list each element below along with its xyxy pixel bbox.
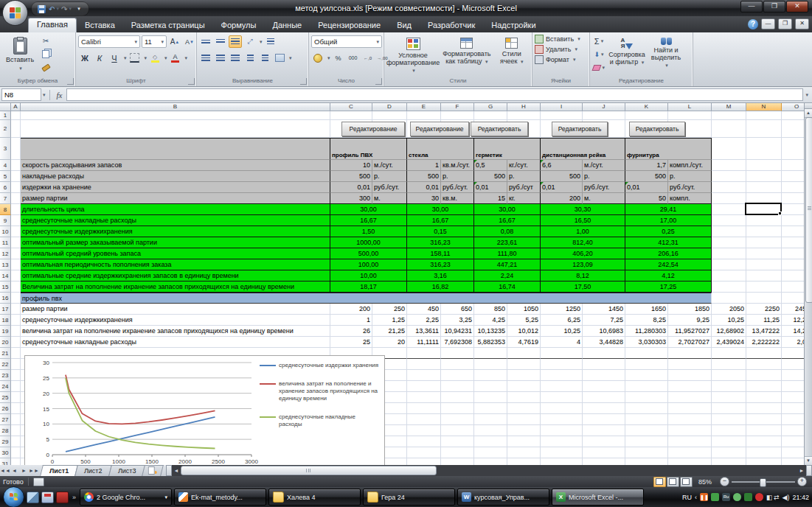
cell-F[interactable] <box>441 414 474 425</box>
ribbon-tab-рецензирование[interactable]: Рецензирование <box>310 18 389 32</box>
param-value[interactable]: 500 <box>541 171 583 182</box>
material-header[interactable]: фурнитура <box>625 138 712 160</box>
vertical-scroll-thumb[interactable] <box>805 117 812 303</box>
param-value[interactable]: 500 <box>330 171 372 182</box>
close-button[interactable]: ✕ <box>786 1 808 13</box>
name-box[interactable]: N8 <box>1 88 41 101</box>
section-header[interactable]: профиль пвх <box>21 293 712 304</box>
cell-A[interactable] <box>11 447 21 458</box>
start-button[interactable] <box>3 486 24 507</box>
row-header-18[interactable]: 18 <box>0 315 11 326</box>
cell-L[interactable] <box>668 381 712 392</box>
undo-icon[interactable]: ↶▾ <box>49 4 59 14</box>
cell-O[interactable] <box>782 226 804 237</box>
result-value[interactable]: 30,00 <box>407 204 474 215</box>
param-row-label[interactable]: размер партии <box>21 193 330 204</box>
result-value[interactable]: 100,00 <box>330 259 407 270</box>
cell-N[interactable] <box>746 392 782 403</box>
embedded-chart[interactable]: 051015202530050010001500200025003000 сре… <box>24 355 385 465</box>
cell-N[interactable] <box>746 293 782 304</box>
taskbar-button[interactable]: Халева 4 <box>268 489 361 506</box>
cell-F[interactable] <box>441 111 474 120</box>
shrink-font-icon[interactable]: A▼ <box>183 35 196 48</box>
tray-icon-guard[interactable] <box>755 493 763 501</box>
column-header-L[interactable]: L <box>668 103 712 111</box>
cell-A[interactable] <box>11 304 21 315</box>
column-header-B[interactable]: B <box>21 103 330 111</box>
scroll-down-icon[interactable]: ▼ <box>805 456 812 465</box>
result-row-label[interactable]: оптимальные средние издержкихранения зап… <box>21 270 330 282</box>
result-value[interactable]: 3,16 <box>407 270 474 282</box>
cell-J[interactable] <box>583 370 625 381</box>
cell-M[interactable] <box>712 248 746 259</box>
tray-icon-agent[interactable] <box>733 493 741 501</box>
param-row-label[interactable]: накладные расходы <box>21 171 330 182</box>
row-header-14[interactable]: 14 <box>0 270 11 282</box>
cell-A[interactable] <box>11 259 21 270</box>
result-value[interactable]: 412,31 <box>625 237 712 248</box>
ribbon-tab-вид[interactable]: Вид <box>389 18 420 32</box>
result-row-label[interactable]: оптимальный средний уровень запаса <box>21 248 330 259</box>
row-header-13[interactable]: 13 <box>0 259 11 270</box>
cell-N[interactable] <box>746 270 782 282</box>
name-box-dropdown-icon[interactable]: ▾ <box>43 92 46 98</box>
tray-icon-green-app[interactable] <box>711 493 719 501</box>
result-value[interactable]: 16,74 <box>474 282 541 293</box>
cell-H[interactable] <box>507 370 541 381</box>
scroll-left-icon[interactable]: ◄ <box>172 466 181 475</box>
underline-button[interactable]: Ч <box>108 52 121 64</box>
series-value[interactable]: 10,25 <box>712 315 746 326</box>
column-headers[interactable]: ABCDEFGHIJKLMNO <box>0 103 804 111</box>
row-header-2[interactable]: 2 <box>0 120 11 138</box>
font-name-select[interactable]: Calibri▾ <box>78 35 140 48</box>
param-unit[interactable]: руб./сут. <box>441 182 474 193</box>
cell-K[interactable] <box>625 392 668 403</box>
series-row-label[interactable]: среднесуточные издержкихранения <box>21 315 330 326</box>
align-middle-icon[interactable] <box>214 35 227 48</box>
param-value[interactable]: 500 <box>625 171 668 182</box>
cut-icon[interactable]: ✂ <box>39 35 52 47</box>
param-row-label[interactable]: скорость расходывания запасов <box>21 160 330 171</box>
edit-form-button[interactable]: Редактирование <box>410 122 469 136</box>
zoom-level-label[interactable]: 85% <box>698 478 712 486</box>
series-value[interactable]: 3,44828 <box>583 337 625 348</box>
row-header-23[interactable]: 23 <box>0 370 11 381</box>
sheet-tab-лист3[interactable]: Лист3 <box>108 465 145 476</box>
cell-O[interactable] <box>782 414 804 425</box>
vertical-split-handle[interactable] <box>805 103 812 109</box>
cell-F[interactable] <box>441 392 474 403</box>
result-value[interactable]: 158,11 <box>407 248 474 259</box>
edit-form-button[interactable]: Редактировать <box>552 122 608 136</box>
param-unit[interactable]: р. <box>441 171 474 182</box>
row-header-24[interactable]: 24 <box>0 381 11 392</box>
delete-cells-button[interactable]: Удалить▾ <box>535 45 577 54</box>
cell-N[interactable] <box>746 425 782 436</box>
borders-icon[interactable] <box>128 52 142 64</box>
column-header-D[interactable]: D <box>372 103 407 111</box>
param-value[interactable]: 0,01 <box>541 182 583 193</box>
column-header-M[interactable]: M <box>712 103 746 111</box>
result-value[interactable]: 17,25 <box>625 282 712 293</box>
tray-icon-punto[interactable]: Ru <box>722 493 730 501</box>
taskbar-button[interactable]: Wкурсовая_Управ... <box>457 489 549 506</box>
tab-split-handle[interactable] <box>166 465 172 476</box>
cell-H[interactable] <box>507 425 541 436</box>
cell-E[interactable] <box>407 425 441 436</box>
cell-N[interactable] <box>746 111 782 120</box>
param-unit[interactable]: м. <box>372 193 407 204</box>
result-row-label[interactable]: оптимальный размер заказываемой партии <box>21 237 330 248</box>
cell-M[interactable] <box>712 237 746 248</box>
result-value[interactable]: 30,30 <box>541 204 625 215</box>
series-value[interactable]: 6,25 <box>541 315 583 326</box>
view-page-break-button[interactable] <box>680 477 693 487</box>
param-value[interactable]: 15 <box>474 193 507 204</box>
param-unit[interactable]: р. <box>372 171 407 182</box>
cell-M[interactable] <box>712 270 746 282</box>
font-size-select[interactable]: 11▾ <box>142 35 167 48</box>
cell-M[interactable] <box>712 392 746 403</box>
param-unit[interactable]: р. <box>668 171 712 182</box>
row-header-27[interactable]: 27 <box>0 414 11 425</box>
tray-icon-phone[interactable] <box>744 493 752 501</box>
result-value[interactable]: 18,17 <box>330 282 407 293</box>
result-value[interactable]: 316,23 <box>407 237 474 248</box>
